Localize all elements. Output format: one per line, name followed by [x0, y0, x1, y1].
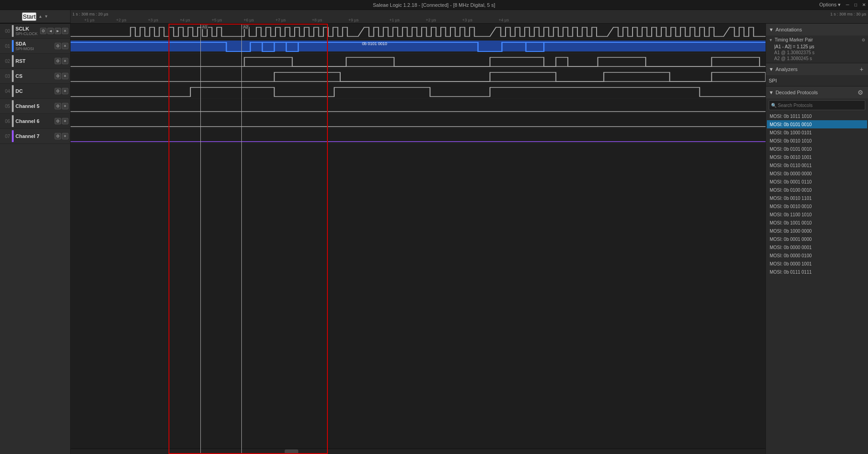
protocol-item-1[interactable]: MOSI: 0b 0101 0010	[767, 120, 867, 128]
channel-row-dc: 04 DC ⚙ ✕	[0, 84, 70, 99]
ruler-label-12: +4 µs	[499, 18, 509, 22]
channel-name-cs: CS	[15, 73, 55, 79]
channel-close-ch5[interactable]: ✕	[62, 103, 68, 109]
channel-row-cs: 03 CS ⚙ ✕	[0, 69, 70, 84]
decoded-protocols-title: ▼ Decoded Protocols	[769, 90, 818, 95]
app-title: Saleae Logic 1.2.18 - [Connected] - [8 M…	[373, 2, 495, 8]
waveform-svg-ch6	[71, 114, 766, 129]
time-header-left: Start ▲ ▼	[0, 10, 71, 23]
protocol-item-9[interactable]: MOSI: 0b 0100 0010	[767, 186, 867, 194]
channel-color-ch5	[12, 100, 14, 112]
ruler-label-2: +3 µs	[148, 18, 158, 22]
channel-close-ch6[interactable]: ✕	[62, 118, 68, 124]
protocol-item-16[interactable]: MOSI: 0b 0000 0001	[767, 243, 867, 251]
annotations-header[interactable]: ▼ Annotations	[766, 24, 868, 36]
protocol-item-10[interactable]: MOSI: 0b 0010 1101	[767, 194, 867, 202]
channel-name-area-ch6: Channel 6	[15, 118, 55, 124]
marker-label-a2: A2	[242, 25, 249, 29]
channel-name-ch6: Channel 6	[15, 118, 55, 124]
protocol-item-6[interactable]: MOSI: 0b 0110 0011	[767, 161, 867, 169]
channel-close-sda[interactable]: ✕	[62, 43, 68, 49]
channel-close-rst[interactable]: ✕	[62, 58, 68, 64]
scrollbar-thumb[interactable]	[285, 449, 298, 454]
analyzers-header[interactable]: ▼ Analyzers +	[766, 63, 868, 75]
waveform-row-sclk	[71, 24, 766, 39]
channel-settings-dc[interactable]: ⚙	[55, 88, 61, 94]
protocol-list[interactable]: MOSI: 0b 1011 1010MOSI: 0b 0101 0010MOSI…	[766, 112, 868, 454]
start-bar: Start ▲ ▼	[22, 12, 48, 21]
channel-settings-rst[interactable]: ⚙	[55, 58, 61, 64]
waveform-scrollbar[interactable]	[71, 449, 766, 454]
channel-name-area-dc: DC	[15, 88, 55, 94]
add-analyzer-button[interactable]: +	[858, 66, 865, 73]
ruler-label-1: +2 µs	[116, 18, 126, 22]
ruler-label-6: +7 µs	[276, 18, 286, 22]
protocol-item-4[interactable]: MOSI: 0b 0101 0010	[767, 145, 867, 153]
channel-settings-ch5[interactable]: ⚙	[55, 103, 61, 109]
waveform-row-dc	[71, 84, 766, 99]
channel-row-ch6: 06 Channel 6 ⚙ ✕	[0, 114, 70, 129]
options-button[interactable]: Options ▾	[819, 2, 841, 8]
waveform-svg-ch5	[71, 99, 766, 114]
start-button[interactable]: Start	[22, 12, 36, 21]
timing-marker-a2: A2	[241, 24, 242, 454]
channel-icons-sclk: ⚙ ◄ ► ✕	[40, 28, 68, 34]
protocol-item-2[interactable]: MOSI: 0b 1000 0101	[767, 128, 867, 137]
waveform-svg-sda	[71, 39, 766, 54]
spi-analyzer-item[interactable]: SPI	[769, 77, 865, 84]
channel-settings-ch6[interactable]: ⚙	[55, 118, 61, 124]
protocol-item-14[interactable]: MOSI: 0b 1000 0000	[767, 227, 867, 235]
protocol-item-13[interactable]: MOSI: 0b 1001 0010	[767, 219, 867, 227]
channel-row-sda: 01 SDA SPI-MOSI ⚙ ✕	[0, 39, 70, 54]
down-arrow-button[interactable]: ▼	[44, 14, 48, 19]
channel-settings-sclk[interactable]: ⚙	[40, 28, 46, 34]
protocol-item-0[interactable]: MOSI: 0b 1011 1010	[767, 112, 867, 120]
ruler-label-7: +8 µs	[312, 18, 322, 22]
maximize-button[interactable]: □	[852, 0, 860, 10]
channel-name-sclk: SCLK	[15, 26, 40, 31]
decoded-protocols-header[interactable]: ▼ Decoded Protocols ⚙	[766, 87, 868, 98]
decoded-protocols-settings-button[interactable]: ⚙	[856, 89, 865, 96]
protocol-item-7[interactable]: MOSI: 0b 0000 0000	[767, 169, 867, 178]
protocol-item-12[interactable]: MOSI: 0b 1100 1010	[767, 210, 867, 219]
protocol-item-19[interactable]: MOSI: 0b 0111 0111	[767, 268, 867, 276]
protocol-item-17[interactable]: MOSI: 0b 0000 0100	[767, 251, 867, 260]
analyzers-collapse-icon: ▼	[769, 66, 774, 72]
waveforms-container: A1 A2 0b 0101 0010	[71, 24, 766, 454]
protocol-item-5[interactable]: MOSI: 0b 0010 1001	[767, 153, 867, 161]
protocol-item-18[interactable]: MOSI: 0b 0000 1001	[767, 260, 867, 268]
up-arrow-button[interactable]: ▲	[38, 14, 42, 19]
channel-close-dc[interactable]: ✕	[62, 88, 68, 94]
analyzers-label: Analyzers	[776, 66, 797, 72]
analyzers-title: ▼ Analyzers	[769, 66, 797, 72]
channel-settings-sda[interactable]: ⚙	[55, 43, 61, 49]
protocol-item-15[interactable]: MOSI: 0b 0001 0000	[767, 235, 867, 243]
protocol-item-3[interactable]: MOSI: 0b 0010 1010	[767, 137, 867, 145]
channel-close-ch7[interactable]: ✕	[62, 133, 68, 139]
channel-settings-cs[interactable]: ⚙	[55, 73, 61, 79]
channel-name-area-ch7: Channel 7	[15, 133, 55, 139]
channel-prev-sclk[interactable]: ◄	[47, 28, 54, 34]
waveform-svg-ch7	[71, 129, 766, 144]
protocol-item-11[interactable]: MOSI: 0b 0010 0010	[767, 202, 867, 210]
timing-marker-settings-icon[interactable]: ⚙	[862, 38, 865, 42]
channel-num-4: 04	[2, 89, 10, 94]
time-marker-top-right: 1 s : 308 ms : 30 µs	[830, 12, 866, 16]
channel-icons-dc: ⚙ ✕	[55, 88, 68, 94]
minimize-button[interactable]: ─	[843, 0, 852, 10]
channel-next-sclk[interactable]: ►	[55, 28, 61, 34]
time-header-right: 1 s : 308 ms : 20 µs 1 s : 308 ms : 30 µ…	[71, 10, 868, 23]
channel-close-sclk[interactable]: ✕	[62, 28, 68, 34]
protocol-item-8[interactable]: MOSI: 0b 0001 0110	[767, 178, 867, 186]
waveform-svg-cs	[71, 69, 766, 84]
channel-settings-ch7[interactable]: ⚙	[55, 133, 61, 139]
search-protocols-input[interactable]	[778, 103, 863, 108]
close-button[interactable]: ✕	[860, 0, 868, 10]
decoded-protocols-collapse-icon: ▼	[769, 90, 774, 95]
timing-marker-pair-label: Timing Marker Pair	[775, 37, 813, 42]
waveform-area[interactable]: A1 A2 0b 0101 0010	[71, 24, 766, 454]
time-marker-top-left: 1 s : 308 ms : 20 µs	[72, 12, 108, 16]
channel-name-ch5: Channel 5	[15, 103, 55, 109]
channel-close-cs[interactable]: ✕	[62, 73, 68, 79]
ruler-label-10: +2 µs	[426, 18, 436, 22]
